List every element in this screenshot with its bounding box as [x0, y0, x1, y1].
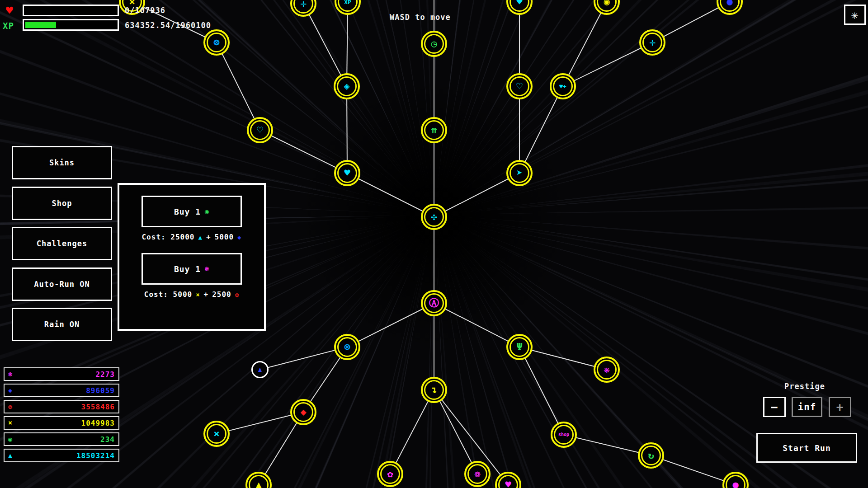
node-move-arrows-2[interactable]: ✛	[639, 29, 665, 56]
node-coin-top-glyph: ◉	[604, 0, 609, 7]
resource-triangle-icon: ▲	[8, 451, 12, 460]
node-shield-cyan-glyph: ◈	[344, 81, 349, 91]
node-orb-flower[interactable]: ❁	[464, 461, 491, 487]
node-shop-glyph: shop	[558, 432, 569, 437]
node-flower-glyph: ✿	[387, 469, 393, 479]
node-circle-x[interactable]: ⊗	[203, 29, 230, 56]
node-cursor[interactable]: ➤	[506, 160, 533, 186]
resource-orb-row: ◉234	[4, 432, 119, 446]
node-move-arrows-1[interactable]: ✛	[290, 0, 316, 17]
cost-icon-1: ×	[196, 291, 200, 298]
xp-value: 634352.54/1960100	[125, 21, 211, 30]
buy-offer-2: Buy 1❃Cost: 5000×+2500❂	[142, 253, 242, 310]
settings-button[interactable]: ✳	[844, 5, 866, 25]
node-chevrons-up-glyph: ⇈	[431, 125, 437, 135]
node-flower[interactable]: ✿	[377, 461, 403, 487]
inf-label: inf	[798, 402, 816, 413]
node-drip-heart[interactable]: ♡	[506, 73, 533, 99]
node-heart-ring-glyph: ♡	[257, 125, 263, 135]
node-atom[interactable]: ❋	[594, 357, 620, 383]
hp-value: 0/107936	[125, 6, 165, 15]
resource-gear-row: ❂3558486	[4, 400, 119, 413]
node-drip-heart-glyph: ♡	[516, 81, 522, 91]
node-pawn-small-glyph: ♟	[258, 366, 262, 373]
resource-x-row: ×1049983	[4, 416, 119, 430]
resource-bug-row: ❃2273	[4, 367, 119, 381]
resource-triangle-value: 18503214	[76, 451, 115, 460]
node-respawn[interactable]: ↻	[638, 442, 664, 469]
menu-button-shop[interactable]: Shop	[12, 187, 112, 220]
buy-panel-offers: Buy 1◉Cost: 25000▲+5000◆Buy 1❃Cost: 5000…	[142, 196, 242, 310]
resource-x-value: 1049983	[81, 419, 115, 427]
node-auto-a-glyph: Ⓐ	[429, 298, 439, 308]
hp-bar	[23, 5, 119, 16]
node-shield-red[interactable]: ◆	[290, 399, 316, 425]
resource-orb-icon: ◉	[8, 435, 12, 443]
node-partial-bc[interactable]: ♥	[495, 472, 521, 488]
resource-bug-icon: ❃	[8, 370, 12, 378]
node-center-expand[interactable]: ✣	[421, 204, 447, 230]
cost-amount-2: 5000	[215, 233, 234, 241]
resource-triangle-row: ▲18503214	[4, 449, 119, 462]
node-move-arrows-1-glyph: ✛	[300, 0, 306, 9]
resource-gear-icon: ❂	[8, 403, 12, 411]
menu-button-challenges[interactable]: Challenges	[12, 227, 112, 260]
node-move-arrows-2-glyph: ✛	[649, 38, 655, 47]
resource-drop-value: 896059	[86, 386, 115, 395]
node-heart-plus-glyph: ♥+	[559, 84, 566, 89]
start-run-button[interactable]: Start Run	[756, 433, 857, 463]
buy-button-resource-icon: ❃	[205, 265, 209, 273]
node-xp-glyph: XP	[344, 0, 351, 5]
cost-icon-1: ▲	[198, 234, 202, 241]
cost-amount-2: 2500	[212, 290, 231, 299]
node-blue-circle-x-glyph: ⊗	[344, 342, 350, 352]
prestige-inf-button[interactable]: inf	[792, 397, 822, 417]
node-respawn-glyph: ↻	[648, 450, 654, 460]
prestige-minus-button[interactable]: −	[763, 397, 786, 417]
cost-plus: +	[204, 290, 209, 299]
prestige-plus-button[interactable]: +	[829, 397, 851, 417]
node-coin-top[interactable]: ◉	[594, 0, 620, 15]
node-trophy-glyph: Ψ	[516, 342, 522, 352]
node-blue-top[interactable]: ●	[717, 0, 743, 15]
node-x-cyan[interactable]: ×	[203, 421, 230, 447]
node-heart[interactable]: ♥	[334, 160, 360, 186]
node-heart-top[interactable]: ♥	[506, 0, 533, 15]
node-heart-plus[interactable]: ♥+	[550, 73, 576, 99]
node-xp[interactable]: XP	[335, 0, 361, 15]
node-clock[interactable]: ◷	[421, 31, 447, 57]
node-claw-glyph: ↴	[431, 385, 437, 395]
cost-icon-2: ◆	[237, 234, 241, 241]
buy-panel: Buy 1◉Cost: 25000▲+5000◆Buy 1❃Cost: 5000…	[118, 183, 266, 331]
cost-amount: Cost: 5000	[144, 290, 192, 299]
node-shop[interactable]: shop	[551, 422, 577, 448]
node-claw[interactable]: ↴	[421, 377, 447, 403]
node-partial-bl-glyph: ▲	[255, 480, 261, 488]
node-trophy[interactable]: Ψ	[506, 334, 533, 360]
node-heart-ring[interactable]: ♡	[247, 117, 273, 143]
node-partial-br-glyph: ●	[732, 480, 738, 488]
menu-button-skins[interactable]: Skins	[12, 146, 112, 179]
xp-bar	[23, 19, 119, 31]
node-orb-flower-glyph: ❁	[474, 469, 480, 479]
minus-icon: −	[771, 400, 778, 414]
resource-bug-value: 2273	[95, 370, 115, 379]
node-shield-cyan[interactable]: ◈	[334, 73, 360, 99]
menu-button-auto-run-on[interactable]: Auto-Run ON	[12, 267, 112, 301]
node-auto-a[interactable]: Ⓐ	[421, 290, 447, 316]
buy-1-button-1[interactable]: Buy 1◉	[142, 196, 242, 227]
node-pawn-small[interactable]: ♟	[251, 361, 269, 378]
node-partial-bl[interactable]: ▲	[245, 472, 272, 488]
resource-gear-value: 3558486	[81, 403, 115, 411]
movement-hint: WASD to move	[390, 13, 451, 22]
cost-plus: +	[206, 233, 211, 241]
buy-1-button-2[interactable]: Buy 1❃	[142, 253, 242, 285]
node-heart-top-glyph: ♥	[516, 0, 522, 7]
buy-button-label: Buy 1	[174, 207, 201, 216]
node-chevrons-up[interactable]: ⇈	[421, 117, 447, 143]
node-blue-circle-x[interactable]: ⊗	[334, 334, 360, 360]
gear-icon: ✳	[851, 8, 859, 22]
node-partial-br[interactable]: ●	[722, 472, 749, 488]
buy-button-resource-icon: ◉	[205, 207, 209, 216]
menu-button-rain-on[interactable]: Rain ON	[12, 308, 112, 341]
